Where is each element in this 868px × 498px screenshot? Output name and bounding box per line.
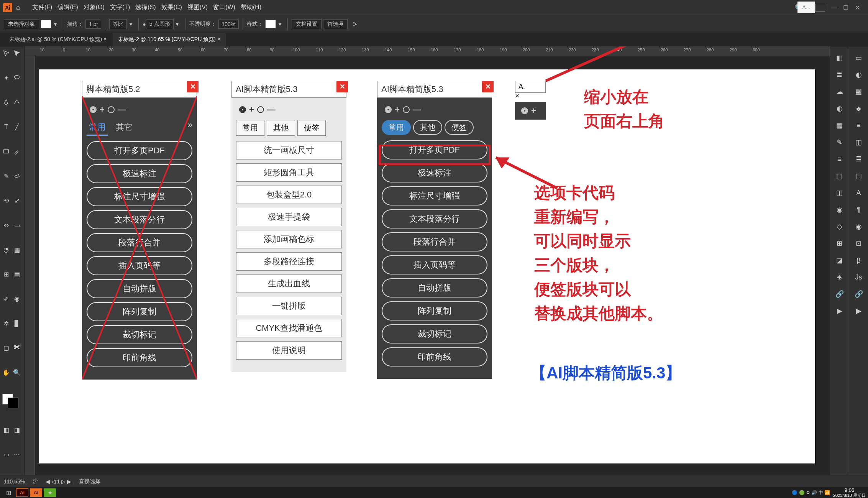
stroke-icon[interactable]: ≡	[832, 151, 847, 167]
menu-window[interactable]: 窗口(W)	[213, 3, 235, 12]
corner-input[interactable]: 5 点圆形	[146, 19, 174, 29]
rotation[interactable]: 0°	[33, 478, 38, 485]
close-button[interactable]: ✕	[482, 81, 494, 92]
btn-line-merge[interactable]: 段落行合并	[382, 232, 487, 251]
scale-mode[interactable]: 等比	[109, 19, 127, 29]
taskbar-ai-1[interactable]: Ai	[16, 488, 28, 497]
panel-icon[interactable]: ¶	[851, 202, 866, 217]
panel-icon[interactable]: ◐	[851, 67, 866, 82]
type-tool[interactable]: T	[1, 122, 11, 132]
btn-page-num[interactable]: 插入页码等	[382, 255, 487, 274]
btn-color-mark[interactable]: 添加画稿色标	[236, 230, 342, 248]
panel-icon[interactable]: ♣	[851, 101, 866, 116]
btn-text-split[interactable]: 文本段落分行	[382, 209, 487, 228]
panel-icon[interactable]: ≡	[851, 118, 866, 133]
btn-page-num[interactable]: 插入页码等	[87, 256, 192, 275]
close-button[interactable]: ✕	[515, 93, 524, 102]
tray-icons[interactable]: 🔵 🟢 ⚙ 🔊 中 📶	[792, 490, 830, 496]
workspace-switcher[interactable]	[815, 4, 825, 12]
panel-icon[interactable]: β	[851, 253, 866, 268]
graphic-styles-icon[interactable]: ◇	[832, 219, 847, 234]
appearance-icon[interactable]: ◉	[832, 202, 847, 217]
opacity-input[interactable]: 100%	[218, 20, 239, 29]
btn-help[interactable]: 使用说明	[236, 341, 342, 360]
menu-view[interactable]: 视图(V)	[187, 3, 208, 12]
close-icon[interactable]: ×	[103, 36, 107, 42]
radio-off[interactable]	[403, 106, 410, 113]
radio-on[interactable]	[521, 107, 528, 114]
close-button[interactable]: ✕	[187, 81, 199, 92]
btn-size-mark[interactable]: 标注尺寸增强	[382, 186, 487, 205]
color-mode[interactable]: ◧	[1, 424, 11, 435]
mesh-tool[interactable]: ⊞	[1, 269, 11, 279]
free-transform-tool[interactable]: ▭	[11, 220, 22, 230]
menu-edit[interactable]: 编辑(E)	[57, 3, 78, 12]
tab-common[interactable]: 常用	[382, 120, 411, 135]
minimized-script-panel[interactable]: A...	[797, 2, 815, 13]
blend-tool[interactable]: ◉	[11, 293, 22, 304]
menu-help[interactable]: 帮助(H)	[241, 3, 261, 12]
eraser-tool[interactable]	[11, 171, 22, 181]
artboard-tool[interactable]: ▢	[1, 342, 11, 353]
tab-other[interactable]: 其它	[113, 120, 135, 136]
btn-corner-line[interactable]: 印前角线	[87, 348, 192, 367]
edit-toolbar[interactable]: ⋯	[11, 449, 22, 460]
align-icon[interactable]: ⊞	[832, 236, 847, 251]
eyedropper-tool[interactable]: ✐	[1, 293, 11, 304]
radio-on[interactable]	[385, 106, 392, 113]
btn-auto-impose[interactable]: 自动拼版	[382, 278, 487, 297]
btn-open-pdf[interactable]: 打开多页PDF	[87, 141, 192, 160]
zoom-tool[interactable]: 🔍	[11, 367, 22, 378]
btn-crop-mark[interactable]: 裁切标记	[87, 325, 192, 344]
selection-tool[interactable]	[1, 48, 11, 59]
tab-other[interactable]: 其他	[267, 120, 295, 136]
tab-common[interactable]: 常用	[87, 120, 108, 136]
home-icon[interactable]: ⌂	[16, 3, 25, 12]
pathfinder-icon[interactable]: ◪	[832, 253, 847, 268]
canvas[interactable]: 10 0 10 20 30 40 50 60 70 80 90 100 110 …	[25, 46, 830, 475]
hand-tool[interactable]: ✋	[1, 367, 11, 378]
start-button[interactable]: ⊞	[2, 488, 15, 497]
tab-other[interactable]: 其他	[413, 120, 442, 135]
panel-icon[interactable]: ▤	[851, 168, 866, 184]
rotate-tool[interactable]: ⟲	[1, 195, 11, 206]
doc-tab-1[interactable]: 未标题-2.ai @ 50 % (CMYK/CPU 预览) ×	[4, 33, 112, 46]
scale-tool[interactable]: ⤢	[11, 195, 22, 206]
btn-bag[interactable]: 极速手提袋	[236, 208, 342, 226]
taskbar-ai-2[interactable]: Ai	[30, 488, 42, 497]
panel-icon[interactable]: ▭	[851, 50, 866, 66]
btn-corner-line[interactable]: 印前角线	[382, 347, 487, 367]
direct-selection-tool[interactable]	[11, 48, 22, 59]
menu-object[interactable]: 对象(O)	[84, 3, 105, 12]
transparency-icon[interactable]: ◫	[832, 185, 847, 201]
color-icon[interactable]: ◐	[832, 101, 847, 116]
artboard-nav[interactable]: ◀ ◁ 1 ▷ ▶	[46, 478, 71, 485]
actions-icon[interactable]: ▶	[832, 303, 847, 319]
layers-icon[interactable]: ≣	[832, 67, 847, 82]
more-icon[interactable]: »	[188, 120, 192, 136]
swatches-icon[interactable]: ▦	[832, 118, 847, 133]
clock[interactable]: 9:06 2023/8/13 星期日	[833, 488, 866, 498]
btn-one-impose[interactable]: 一键拼版	[236, 297, 342, 315]
panel-icon[interactable]: ◫	[851, 135, 866, 150]
btn-rect-corner[interactable]: 矩形圆角工具	[236, 163, 342, 182]
btn-array-copy[interactable]: 阵列复制	[87, 302, 192, 321]
style-swatch[interactable]	[265, 20, 276, 28]
btn-text-split[interactable]: 文本段落分行	[87, 210, 192, 229]
menu-effect[interactable]: 效果(C)	[161, 3, 182, 12]
btn-size-mark[interactable]: 标注尺寸增强	[87, 187, 192, 206]
tab-notes[interactable]: 便签	[445, 120, 474, 135]
panel-icon[interactable]: Js	[851, 270, 866, 285]
close-icon[interactable]: ×	[217, 36, 220, 42]
close-button[interactable]: ✕	[336, 81, 348, 92]
rectangle-tool[interactable]	[1, 146, 11, 157]
gradient-icon[interactable]: ▤	[832, 168, 847, 184]
perspective-tool[interactable]: ▦	[11, 244, 22, 255]
panel-icon[interactable]: ◉	[851, 219, 866, 234]
line-tool[interactable]: ╱	[11, 122, 22, 132]
window-close[interactable]: ✕	[853, 3, 861, 12]
libraries-icon[interactable]: ☁	[832, 84, 847, 99]
panel-icon[interactable]: A	[851, 185, 866, 201]
shape-builder-tool[interactable]: ◔	[1, 244, 11, 255]
brushes-icon[interactable]: ✎	[832, 135, 847, 150]
